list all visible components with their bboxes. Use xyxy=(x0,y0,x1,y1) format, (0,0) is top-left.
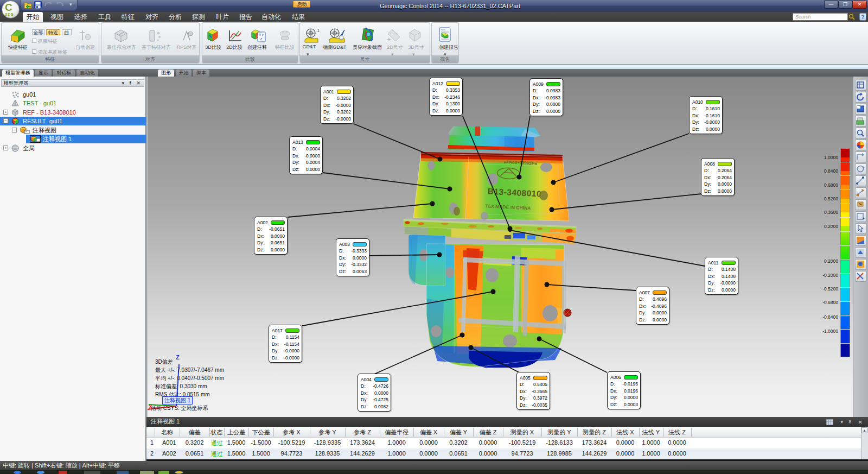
svg-text:z: z xyxy=(260,37,262,40)
svg-text:.1: .1 xyxy=(316,29,320,33)
svg-text:X y: X y xyxy=(258,33,264,36)
